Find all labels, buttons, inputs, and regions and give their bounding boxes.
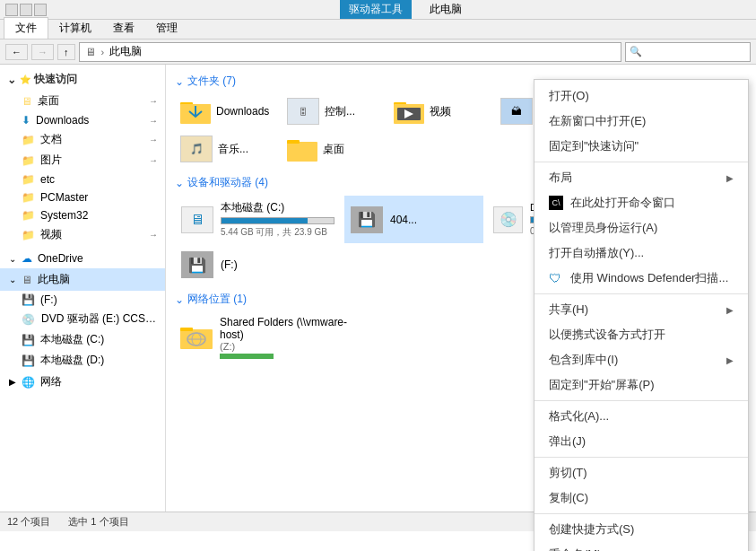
ctx-item-cmd[interactable]: C\ 在此处打开命令窗口	[534, 190, 748, 215]
drive-404-icon: 💾	[351, 206, 383, 233]
drive-c-icon: 🖥	[181, 206, 213, 233]
sidebar-item-desktop[interactable]: 🖥 桌面 →	[0, 91, 165, 111]
sidebar-item-system32[interactable]: 📁 System32	[0, 206, 165, 224]
network-icon	[180, 324, 213, 351]
close-btn[interactable]	[34, 4, 47, 16]
ctx-item-rename[interactable]: 重命名(M)	[534, 542, 748, 551]
ctx-item-library[interactable]: 包含到库中(I) ▶	[534, 347, 748, 372]
maximize-btn[interactable]	[20, 4, 32, 16]
ctx-item-format[interactable]: 格式化(A)...	[534, 404, 748, 429]
sidebar-item-pcmaster[interactable]: 📁 PCMaster	[0, 188, 165, 206]
context-menu: 打开(O) 在新窗口中打开(E) 固定到"快速访问" 布局 ▶ C\ 在此处打开…	[534, 79, 749, 551]
sidebar-item-network[interactable]: ▶ 🌐 网络	[0, 371, 165, 393]
forward-button[interactable]: →	[31, 44, 54, 60]
music-thumbnail: 🎵	[180, 136, 213, 162]
folders-expand-icon: ⌄	[175, 75, 184, 88]
ctx-library-arrow: ▶	[726, 355, 734, 365]
tab-file[interactable]: 文件	[4, 17, 48, 39]
network-item-shared[interactable]: Shared Folders (\\vmware-host) (Z:)	[175, 312, 372, 363]
ctx-separator-1	[534, 162, 748, 162]
status-items-count: 12 个项目	[7, 515, 50, 529]
ctx-separator-2	[534, 293, 748, 294]
search-icon: 🔍	[630, 46, 642, 57]
sidebar-item-onedrive[interactable]: ⌄ ☁ OneDrive	[0, 249, 165, 268]
control-panel-thumbnail: 🎛	[287, 98, 319, 125]
cmd-icon: C\	[549, 196, 563, 210]
title-bar-controls	[5, 4, 47, 16]
ctx-separator-4	[534, 457, 748, 458]
title-bar: 驱动器工具 此电脑	[0, 0, 756, 20]
folder-item-desktop[interactable]: 桌面	[282, 132, 385, 166]
sidebar-item-etc[interactable]: 📁 etc	[0, 171, 165, 188]
tab-driver-tools[interactable]: 驱动器工具	[340, 0, 412, 19]
back-button[interactable]: ←	[5, 44, 28, 60]
up-button[interactable]: ↑	[57, 44, 75, 60]
ctx-item-shortcut[interactable]: 创建快捷方式(S)	[534, 517, 748, 542]
search-box[interactable]: 🔍	[625, 42, 751, 62]
drives-expand-icon: ⌄	[175, 177, 184, 189]
folder-item-downloads[interactable]: Downloads	[175, 94, 278, 128]
ctx-item-admin[interactable]: 以管理员身份运行(A)	[534, 215, 748, 241]
drive-c-bar-container	[221, 217, 335, 224]
folder-item-music[interactable]: 🎵 音乐...	[175, 132, 278, 166]
ctx-open-label: 打开(O)	[549, 88, 589, 104]
svg-rect-16	[287, 142, 317, 162]
sidebar-item-pictures[interactable]: 📁 图片 →	[0, 150, 165, 171]
sidebar-item-this-pc[interactable]: ⌄ 🖥 此电脑	[0, 268, 165, 291]
ctx-item-eject[interactable]: 弹出(J)	[534, 429, 748, 454]
video-folder-icon	[394, 99, 424, 124]
sidebar: ⌄ ⭐ 快速访问 🖥 桌面 → ⬇ Downloads → 📁 文档 → 📁 图…	[0, 65, 166, 512]
tab-view[interactable]: 查看	[102, 18, 145, 39]
sidebar-item-videos[interactable]: 📁 视频 →	[0, 224, 165, 245]
drive-c-info: 本地磁盘 (C:) 5.44 GB 可用，共 23.9 GB	[221, 200, 335, 239]
ctx-separator-5	[534, 513, 748, 514]
drive-item-404[interactable]: 💾 404...	[344, 196, 483, 243]
address-bar[interactable]: 🖥 › 此电脑	[79, 42, 622, 62]
folder-item-video[interactable]: 视频	[388, 94, 491, 128]
downloads-folder-icon	[180, 99, 211, 124]
drive-404-info: 404...	[390, 214, 477, 226]
sidebar-item-documents[interactable]: 📁 文档 →	[0, 129, 165, 150]
network-bar	[220, 354, 274, 359]
folder-item-control[interactable]: 🎛 控制...	[282, 94, 385, 128]
drive-c-bar	[222, 218, 308, 223]
network-item-info: Shared Folders (\\vmware-host) (Z:)	[220, 316, 367, 359]
ctx-layout-arrow: ▶	[726, 173, 734, 183]
tab-this-pc[interactable]: 此电脑	[430, 2, 462, 17]
ctx-item-copy[interactable]: 复制(C)	[534, 485, 748, 511]
ctx-item-open[interactable]: 打开(O)	[534, 83, 748, 109]
drive-item-c[interactable]: 🖥 本地磁盘 (C:) 5.44 GB 可用，共 23.9 GB	[175, 196, 341, 243]
minimize-btn[interactable]	[5, 4, 18, 16]
ribbon-tabs: 文件 计算机 查看 管理	[0, 20, 756, 39]
title-tabs: 驱动器工具 此电脑	[50, 0, 751, 19]
svg-rect-17	[287, 140, 300, 144]
drive-f-info: (F:)	[221, 258, 308, 271]
sidebar-quick-access-header[interactable]: ⌄ ⭐ 快速访问	[0, 68, 165, 91]
ctx-share-arrow: ▶	[726, 305, 734, 315]
ctx-item-pin-quick[interactable]: 固定到"快速访问"	[534, 134, 748, 159]
ctx-item-layout[interactable]: 布局 ▶	[534, 165, 748, 190]
sidebar-item-downloads[interactable]: ⬇ Downloads →	[0, 111, 165, 129]
desktop-folder-icon	[287, 136, 317, 162]
ctx-item-autoplay[interactable]: 打开自动播放(Y)...	[534, 241, 748, 266]
svg-rect-19	[180, 328, 193, 331]
ctx-item-portable[interactable]: 以便携式设备方式打开	[534, 322, 748, 347]
defender-icon: 🛡	[549, 271, 563, 285]
address-icon: 🖥	[85, 46, 96, 58]
sidebar-item-dvd[interactable]: 💿 DVD 驱动器 (E:) CCSA_X64FR	[0, 309, 165, 329]
ctx-item-share[interactable]: 共享(H) ▶	[534, 297, 748, 322]
ctx-item-defender[interactable]: 🛡 使用 Windows Defender扫描...	[534, 266, 748, 291]
ctx-item-cut[interactable]: 剪切(T)	[534, 460, 748, 485]
status-selected: 选中 1 个项目	[68, 515, 128, 529]
sidebar-item-local-c[interactable]: 💾 本地磁盘 (C:)	[0, 329, 165, 350]
sidebar-quick-access-label: 快速访问	[34, 72, 77, 87]
ctx-separator-3	[534, 400, 748, 401]
tab-manage[interactable]: 管理	[145, 18, 188, 39]
ctx-item-pin-start[interactable]: 固定到"开始"屏幕(P)	[534, 372, 748, 398]
ctx-item-open-new[interactable]: 在新窗口中打开(E)	[534, 109, 748, 134]
sidebar-item-drive-f[interactable]: 💾 (F:)	[0, 291, 165, 309]
toolbar: ← → ↑ 🖥 › 此电脑 🔍	[0, 39, 756, 65]
drive-item-f[interactable]: 💾 (F:)	[175, 247, 314, 283]
sidebar-item-local-d[interactable]: 💾 本地磁盘 (D:)	[0, 350, 165, 371]
tab-computer[interactable]: 计算机	[48, 18, 102, 39]
